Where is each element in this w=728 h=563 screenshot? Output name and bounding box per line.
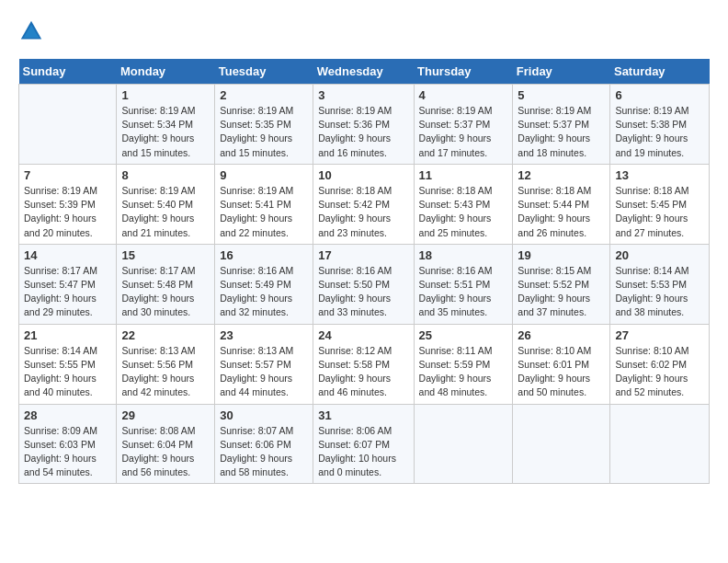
day-number: 4 — [419, 88, 508, 102]
day-number: 6 — [615, 88, 704, 102]
calendar-table: SundayMondayTuesdayWednesdayThursdayFrid… — [18, 59, 710, 484]
header-day-tuesday: Tuesday — [215, 59, 313, 85]
week-row-4: 21Sunrise: 8:14 AM Sunset: 5:55 PM Dayli… — [19, 324, 710, 404]
calendar-cell: 16Sunrise: 8:16 AM Sunset: 5:49 PM Dayli… — [215, 244, 313, 324]
day-info: Sunrise: 8:17 AM Sunset: 5:47 PM Dayligh… — [24, 264, 111, 320]
header-day-monday: Monday — [117, 59, 215, 85]
header-day-wednesday: Wednesday — [313, 59, 414, 85]
calendar-cell: 3Sunrise: 8:19 AM Sunset: 5:36 PM Daylig… — [313, 85, 414, 165]
day-number: 30 — [220, 408, 308, 422]
day-info: Sunrise: 8:18 AM Sunset: 5:42 PM Dayligh… — [318, 184, 408, 240]
page-header — [18, 18, 710, 44]
day-number: 7 — [24, 168, 111, 182]
day-info: Sunrise: 8:10 AM Sunset: 6:02 PM Dayligh… — [615, 344, 704, 400]
day-info: Sunrise: 8:11 AM Sunset: 5:59 PM Dayligh… — [419, 344, 508, 400]
calendar-cell: 23Sunrise: 8:13 AM Sunset: 5:57 PM Dayli… — [215, 324, 313, 404]
calendar-cell: 1Sunrise: 8:19 AM Sunset: 5:34 PM Daylig… — [117, 85, 215, 165]
day-number: 18 — [419, 248, 508, 262]
logo — [18, 18, 48, 44]
calendar-cell: 5Sunrise: 8:19 AM Sunset: 5:37 PM Daylig… — [513, 85, 610, 165]
day-number: 8 — [121, 168, 210, 182]
day-info: Sunrise: 8:18 AM Sunset: 5:45 PM Dayligh… — [615, 184, 704, 240]
day-info: Sunrise: 8:19 AM Sunset: 5:37 PM Dayligh… — [518, 104, 605, 160]
calendar-cell: 21Sunrise: 8:14 AM Sunset: 5:55 PM Dayli… — [19, 324, 117, 404]
day-info: Sunrise: 8:15 AM Sunset: 5:52 PM Dayligh… — [518, 264, 605, 320]
calendar-cell: 17Sunrise: 8:16 AM Sunset: 5:50 PM Dayli… — [313, 244, 414, 324]
day-info: Sunrise: 8:16 AM Sunset: 5:50 PM Dayligh… — [318, 264, 408, 320]
day-number: 26 — [518, 328, 605, 342]
logo-icon — [18, 18, 44, 44]
day-number: 24 — [318, 328, 408, 342]
day-number: 23 — [220, 328, 308, 342]
day-info: Sunrise: 8:12 AM Sunset: 5:58 PM Dayligh… — [318, 344, 408, 400]
day-info: Sunrise: 8:13 AM Sunset: 5:57 PM Dayligh… — [220, 344, 308, 400]
calendar-cell: 18Sunrise: 8:16 AM Sunset: 5:51 PM Dayli… — [414, 244, 513, 324]
day-number: 1 — [121, 88, 210, 102]
day-number: 13 — [615, 168, 704, 182]
day-info: Sunrise: 8:14 AM Sunset: 5:55 PM Dayligh… — [24, 344, 111, 400]
calendar-cell: 26Sunrise: 8:10 AM Sunset: 6:01 PM Dayli… — [513, 324, 610, 404]
calendar-cell: 28Sunrise: 8:09 AM Sunset: 6:03 PM Dayli… — [19, 404, 117, 484]
header-row: SundayMondayTuesdayWednesdayThursdayFrid… — [19, 59, 710, 85]
day-number: 12 — [518, 168, 605, 182]
calendar-cell: 9Sunrise: 8:19 AM Sunset: 5:41 PM Daylig… — [215, 164, 313, 244]
calendar-cell: 31Sunrise: 8:06 AM Sunset: 6:07 PM Dayli… — [313, 404, 414, 484]
calendar-cell: 8Sunrise: 8:19 AM Sunset: 5:40 PM Daylig… — [117, 164, 215, 244]
day-number: 10 — [318, 168, 408, 182]
day-number: 3 — [318, 88, 408, 102]
calendar-cell — [513, 404, 610, 484]
calendar-cell: 14Sunrise: 8:17 AM Sunset: 5:47 PM Dayli… — [19, 244, 117, 324]
day-number: 25 — [419, 328, 508, 342]
day-info: Sunrise: 8:09 AM Sunset: 6:03 PM Dayligh… — [24, 424, 111, 480]
day-info: Sunrise: 8:19 AM Sunset: 5:34 PM Dayligh… — [121, 104, 210, 160]
day-number: 17 — [318, 248, 408, 262]
day-number: 20 — [615, 248, 704, 262]
day-info: Sunrise: 8:19 AM Sunset: 5:40 PM Dayligh… — [121, 184, 210, 240]
calendar-cell: 12Sunrise: 8:18 AM Sunset: 5:44 PM Dayli… — [513, 164, 610, 244]
calendar-cell: 27Sunrise: 8:10 AM Sunset: 6:02 PM Dayli… — [610, 324, 710, 404]
day-info: Sunrise: 8:19 AM Sunset: 5:36 PM Dayligh… — [318, 104, 408, 160]
calendar-cell: 25Sunrise: 8:11 AM Sunset: 5:59 PM Dayli… — [414, 324, 513, 404]
day-info: Sunrise: 8:19 AM Sunset: 5:37 PM Dayligh… — [419, 104, 508, 160]
day-number: 29 — [121, 408, 210, 422]
day-info: Sunrise: 8:10 AM Sunset: 6:01 PM Dayligh… — [518, 344, 605, 400]
calendar-cell: 15Sunrise: 8:17 AM Sunset: 5:48 PM Dayli… — [117, 244, 215, 324]
header-day-friday: Friday — [513, 59, 610, 85]
day-number: 31 — [318, 408, 408, 422]
day-number: 15 — [121, 248, 210, 262]
calendar-cell: 11Sunrise: 8:18 AM Sunset: 5:43 PM Dayli… — [414, 164, 513, 244]
day-info: Sunrise: 8:14 AM Sunset: 5:53 PM Dayligh… — [615, 264, 704, 320]
calendar-cell: 4Sunrise: 8:19 AM Sunset: 5:37 PM Daylig… — [414, 85, 513, 165]
header-day-sunday: Sunday — [19, 59, 117, 85]
calendar-cell: 10Sunrise: 8:18 AM Sunset: 5:42 PM Dayli… — [313, 164, 414, 244]
calendar-cell: 2Sunrise: 8:19 AM Sunset: 5:35 PM Daylig… — [215, 85, 313, 165]
day-number: 14 — [24, 248, 111, 262]
calendar-cell: 20Sunrise: 8:14 AM Sunset: 5:53 PM Dayli… — [610, 244, 710, 324]
day-info: Sunrise: 8:13 AM Sunset: 5:56 PM Dayligh… — [121, 344, 210, 400]
calendar-cell: 19Sunrise: 8:15 AM Sunset: 5:52 PM Dayli… — [513, 244, 610, 324]
day-info: Sunrise: 8:06 AM Sunset: 6:07 PM Dayligh… — [318, 424, 408, 480]
day-info: Sunrise: 8:07 AM Sunset: 6:06 PM Dayligh… — [220, 424, 308, 480]
day-info: Sunrise: 8:19 AM Sunset: 5:38 PM Dayligh… — [615, 104, 704, 160]
week-row-2: 7Sunrise: 8:19 AM Sunset: 5:39 PM Daylig… — [19, 164, 710, 244]
calendar-cell: 22Sunrise: 8:13 AM Sunset: 5:56 PM Dayli… — [117, 324, 215, 404]
day-number: 5 — [518, 88, 605, 102]
day-number: 11 — [419, 168, 508, 182]
week-row-1: 1Sunrise: 8:19 AM Sunset: 5:34 PM Daylig… — [19, 85, 710, 165]
day-info: Sunrise: 8:16 AM Sunset: 5:49 PM Dayligh… — [220, 264, 308, 320]
day-info: Sunrise: 8:17 AM Sunset: 5:48 PM Dayligh… — [121, 264, 210, 320]
calendar-cell — [414, 404, 513, 484]
calendar-cell: 6Sunrise: 8:19 AM Sunset: 5:38 PM Daylig… — [610, 85, 710, 165]
day-info: Sunrise: 8:19 AM Sunset: 5:41 PM Dayligh… — [220, 184, 308, 240]
week-row-5: 28Sunrise: 8:09 AM Sunset: 6:03 PM Dayli… — [19, 404, 710, 484]
calendar-cell: 7Sunrise: 8:19 AM Sunset: 5:39 PM Daylig… — [19, 164, 117, 244]
day-info: Sunrise: 8:19 AM Sunset: 5:39 PM Dayligh… — [24, 184, 111, 240]
calendar-cell: 30Sunrise: 8:07 AM Sunset: 6:06 PM Dayli… — [215, 404, 313, 484]
day-info: Sunrise: 8:18 AM Sunset: 5:44 PM Dayligh… — [518, 184, 605, 240]
day-number: 22 — [121, 328, 210, 342]
calendar-cell — [19, 85, 117, 165]
day-info: Sunrise: 8:16 AM Sunset: 5:51 PM Dayligh… — [419, 264, 508, 320]
day-info: Sunrise: 8:08 AM Sunset: 6:04 PM Dayligh… — [121, 424, 210, 480]
day-info: Sunrise: 8:18 AM Sunset: 5:43 PM Dayligh… — [419, 184, 508, 240]
day-number: 16 — [220, 248, 308, 262]
